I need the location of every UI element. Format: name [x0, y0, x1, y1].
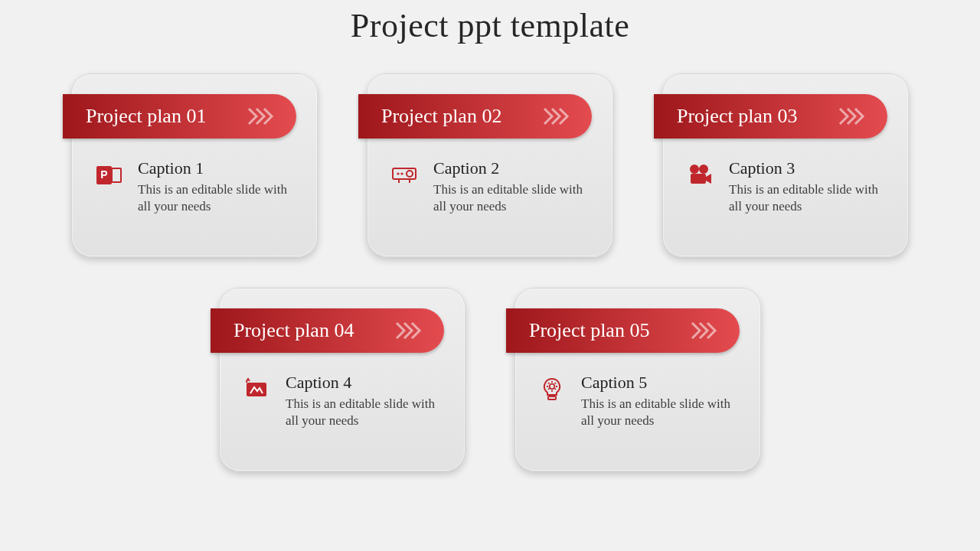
chevron-right-icon [543, 107, 573, 126]
card-header-5: Project plan 05 [506, 308, 740, 353]
card-caption: Caption 1 [138, 158, 302, 178]
card-caption: Caption 5 [581, 373, 745, 393]
card-text: Caption 1 This is an editable slide with… [138, 158, 302, 215]
card-desc: This is an editable slide with all your … [581, 396, 745, 429]
card-header-4: Project plan 04 [211, 308, 444, 353]
svg-point-4 [407, 171, 413, 177]
projector-icon [387, 158, 421, 192]
card-2: Project plan 02 Caption 2 This is an edi… [367, 73, 613, 257]
card-body: Caption 5 This is an editable slide with… [535, 373, 745, 429]
card-desc: This is an editable slide with all your … [433, 181, 597, 215]
svg-rect-11 [548, 396, 556, 399]
card-desc: This is an editable slide with all your … [729, 181, 893, 215]
idea-gear-icon [535, 373, 569, 406]
card-desc: This is an editable slide with all your … [286, 396, 449, 429]
card-header-1: Project plan 01 [63, 94, 296, 139]
card-text: Caption 2 This is an editable slide with… [433, 158, 597, 215]
card-header-label: Project plan 03 [677, 105, 797, 128]
card-body: Caption 2 This is an editable slide with… [387, 158, 597, 215]
svg-point-6 [400, 172, 403, 174]
card-text: Caption 4 This is an editable slide with… [286, 373, 449, 429]
svg-point-12 [550, 384, 555, 390]
svg-rect-1 [112, 168, 121, 182]
card-body: P Caption 1 This is an editable slide wi… [92, 158, 302, 215]
chevron-right-icon [691, 321, 721, 340]
card-rows: Project plan 01 P Caption 1 This is an e… [0, 73, 980, 471]
svg-text:P: P [100, 168, 107, 181]
card-header-label: Project plan 01 [86, 105, 206, 128]
card-3: Project plan 03 Caption 3 This is an edi… [662, 73, 909, 257]
page-title: Project ppt template [0, 6, 980, 45]
chevron-right-icon [838, 107, 869, 126]
card-caption: Caption 4 [286, 373, 449, 393]
chevron-right-icon [247, 107, 278, 126]
row-1: Project plan 01 P Caption 1 This is an e… [71, 73, 909, 257]
svg-point-8 [699, 165, 708, 174]
card-header-label: Project plan 05 [529, 319, 649, 342]
svg-point-7 [690, 165, 699, 174]
card-header-2: Project plan 02 [358, 94, 592, 139]
row-2: Project plan 04 Caption 4 This is an edi… [219, 288, 761, 471]
card-body: Caption 3 This is an editable slide with… [683, 158, 893, 215]
card-text: Caption 5 This is an editable slide with… [581, 373, 745, 429]
svg-point-5 [397, 172, 399, 174]
card-header-3: Project plan 03 [654, 94, 887, 139]
card-header-label: Project plan 04 [234, 319, 354, 342]
card-desc: This is an editable slide with all your … [138, 181, 302, 215]
card-body: Caption 4 This is an editable slide with… [240, 373, 449, 429]
blueprint-icon [240, 373, 273, 406]
film-camera-icon [683, 158, 717, 192]
slide: Project ppt template Project plan 01 P C… [0, 0, 980, 551]
card-caption: Caption 2 [433, 158, 597, 178]
card-text: Caption 3 This is an editable slide with… [729, 158, 893, 215]
svg-rect-9 [691, 174, 706, 184]
card-caption: Caption 3 [729, 158, 893, 178]
card-5: Project plan 05 Caption 5 This is an edi… [514, 288, 761, 471]
powerpoint-icon: P [92, 158, 126, 192]
card-4: Project plan 04 Caption 4 This is an edi… [219, 288, 466, 471]
card-1: Project plan 01 P Caption 1 This is an e… [71, 73, 318, 257]
chevron-right-icon [395, 321, 426, 340]
card-header-label: Project plan 02 [381, 105, 501, 128]
